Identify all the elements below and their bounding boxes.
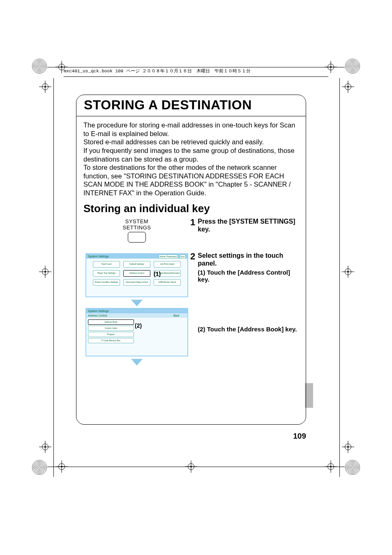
step-2-text: Select settings in the touch panel.	[198, 252, 299, 267]
step-2-row: System Settings Admin Password Exit Tota…	[83, 252, 299, 365]
panel1-callout: (1)	[154, 271, 161, 277]
panel2-subtitle: Address Control	[88, 314, 107, 317]
step-2-sub2: (2) Touch the [Address Book] key.	[198, 326, 299, 333]
panel1-printer-condition-button[interactable]: Printer Condition Settings	[93, 279, 120, 286]
title-box: STORING A DESTINATION	[76, 95, 306, 116]
panel1-usb-device-check-button[interactable]: USB-Device Check	[154, 279, 181, 286]
regmark-concentric-br	[345, 460, 360, 475]
system-settings-label-line2: SETTINGS	[122, 224, 151, 231]
regmark-crosshair	[342, 81, 354, 93]
step-1-text: Press the [SYSTEM SETTINGS] key.	[198, 217, 299, 233]
touch-panel-address-control: System Settings Address Control Back Add…	[85, 308, 188, 356]
panel1-paper-tray-button[interactable]: Paper Tray Settings	[93, 270, 120, 277]
intro-paragraph: The procedure for storing e-mail address…	[83, 121, 299, 197]
panel1-total-count-button[interactable]: Total Count	[93, 261, 120, 268]
system-settings-key-illustration: SYSTEM SETTINGS	[122, 218, 151, 243]
regmark-crosshair	[39, 441, 51, 453]
system-settings-label-line1: SYSTEM	[125, 218, 148, 224]
page-content-frame: STORING A DESTINATION The procedure for …	[76, 95, 306, 425]
panel1-default-settings-button[interactable]: Default Settings	[123, 261, 150, 268]
panel1-list-print-button[interactable]: List Print (User)	[154, 261, 181, 268]
reg-line-right	[339, 78, 340, 477]
print-header: mxc401_us_qck.book 109 ページ ２００８年１０月１６日 木…	[64, 68, 328, 77]
regmark-crosshair	[342, 266, 354, 278]
regmark-crosshair	[39, 81, 51, 93]
reg-line-left	[53, 78, 54, 477]
regmark-crosshair	[39, 266, 51, 278]
step-2-sub1: (1) Touch the [Address Control] key.	[198, 269, 299, 283]
panel2-program-button[interactable]: Program	[88, 332, 134, 337]
panel1-title: System Settings	[88, 255, 109, 258]
panel1-admin-password-button[interactable]: Admin Password	[159, 254, 178, 259]
regmark-concentric-bl	[32, 460, 47, 475]
panel2-fcode-memory-box-button[interactable]: F-Code Memory Box	[88, 338, 134, 343]
section-subtitle: Storing an individual key	[83, 202, 299, 215]
panel2-custom-index-button[interactable]: Custom Index	[88, 326, 134, 331]
panel2-callout: (2)	[135, 322, 142, 329]
regmark-crosshair	[55, 460, 68, 473]
panel1-exit-button[interactable]: Exit	[180, 254, 186, 259]
down-arrow-icon	[131, 359, 143, 365]
regmark-concentric-tl	[32, 59, 47, 74]
step-1-number: 1	[190, 217, 195, 227]
regmark-crosshair	[342, 441, 354, 453]
step-2-number: 2	[190, 252, 195, 261]
panel2-address-book-button[interactable]: Address Book	[88, 319, 134, 325]
touch-panel-system-settings: System Settings Admin Password Exit Tota…	[85, 253, 188, 297]
page-title: STORING A DESTINATION	[84, 97, 298, 113]
page-number: 109	[76, 432, 306, 441]
regmark-crosshair	[325, 460, 337, 473]
regmark-crosshair	[185, 460, 197, 473]
panel2-title: System Settings	[86, 309, 187, 313]
step-2-sub1-text: Touch the [Address Control] key.	[198, 269, 290, 283]
panel1-address-control-button[interactable]: Address Control	[123, 270, 150, 277]
step-2-sub2-text: Touch the [Address Book] key.	[207, 326, 297, 333]
down-arrow-icon	[131, 300, 143, 306]
reg-line-top	[47, 67, 345, 67]
step-2-sub2-tag: (2)	[198, 326, 205, 333]
panel2-back-button[interactable]: Back	[173, 314, 186, 317]
step-2-sub1-tag: (1)	[198, 269, 205, 276]
system-settings-key-shape	[128, 232, 146, 243]
regmark-concentric-tr	[345, 59, 360, 74]
chapter-tab	[305, 383, 313, 408]
step-1-row: SYSTEM SETTINGS 1 Press the [SYSTEM SETT…	[83, 217, 299, 243]
panel1-document-filing-button[interactable]: Document Filing Control	[123, 279, 150, 286]
